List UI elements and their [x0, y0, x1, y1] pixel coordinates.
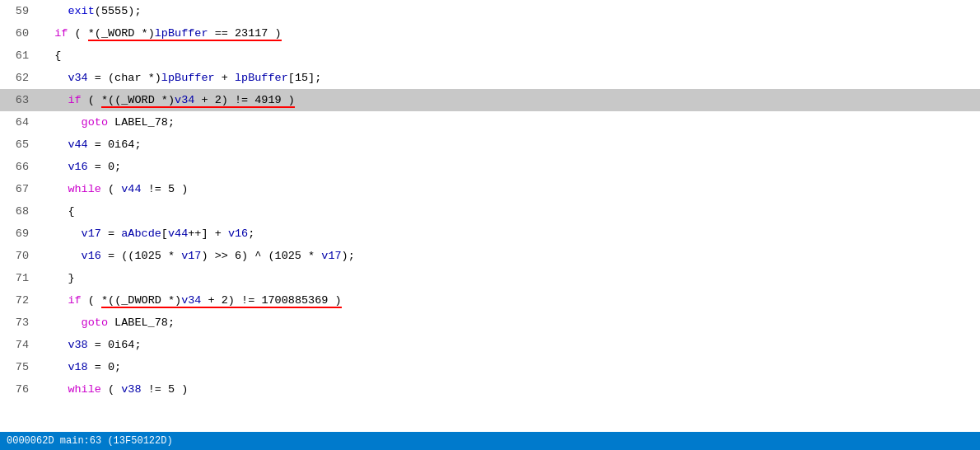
code-line-61: 61 { — [0, 45, 980, 67]
line-number-72: 72 — [0, 294, 37, 307]
code-line-71: 71 } — [0, 267, 980, 289]
code-content-62: v34 = (char *)lpBuffer + lpBuffer[15]; — [37, 72, 980, 84]
code-line-69: 69 v17 = aAbcde[v44++] + v16; — [0, 223, 980, 245]
line-number-68: 68 — [0, 205, 37, 218]
code-content-67: while ( v44 != 5 ) — [37, 183, 980, 195]
line-number-63: 63 — [0, 94, 37, 106]
code-content-69: v17 = aAbcde[v44++] + v16; — [37, 227, 980, 240]
editor-container: 59 exit(5555); 60 if ( *(_WORD *)lpBuffe… — [0, 0, 980, 450]
code-line-66: 66 v16 = 0; — [0, 156, 980, 178]
status-text: 0000062D main:63 (13F50122D) — [7, 435, 173, 447]
code-line-63: 63 if ( *((_WORD *)v34 + 2) != 4919 ) — [0, 89, 980, 111]
code-content-76: while ( v38 != 5 ) — [37, 383, 980, 396]
code-line-59: 59 exit(5555); — [0, 0, 980, 22]
code-line-65: 65 v44 = 0i64; — [0, 134, 980, 156]
code-content-60: if ( *(_WORD *)lpBuffer == 23117 ) — [37, 27, 980, 40]
line-number-60: 60 — [0, 27, 37, 40]
code-line-62: 62 v34 = (char *)lpBuffer + lpBuffer[15]… — [0, 67, 980, 89]
line-number-75: 75 — [0, 361, 37, 373]
line-number-69: 69 — [0, 227, 37, 240]
line-number-59: 59 — [0, 5, 37, 17]
code-content-68: { — [37, 205, 980, 218]
code-content-63: if ( *((_WORD *)v34 + 2) != 4919 ) — [37, 94, 980, 106]
code-line-68: 68 { — [0, 200, 980, 223]
line-number-65: 65 — [0, 138, 37, 151]
code-line-74: 74 v38 = 0i64; — [0, 334, 980, 356]
line-number-64: 64 — [0, 116, 37, 129]
code-content-65: v44 = 0i64; — [37, 138, 980, 151]
code-content-59: exit(5555); — [37, 5, 980, 17]
code-content-66: v16 = 0; — [37, 161, 980, 173]
code-line-72: 72 if ( *((_DWORD *)v34 + 2) != 17008853… — [0, 289, 980, 312]
code-content-73: goto LABEL_78; — [37, 316, 980, 329]
code-content-70: v16 = ((1025 * v17) >> 6) ^ (1025 * v17)… — [37, 250, 980, 262]
code-content-74: v38 = 0i64; — [37, 339, 980, 351]
status-bar: 0000062D main:63 (13F50122D) — [0, 432, 980, 450]
line-number-70: 70 — [0, 250, 37, 262]
code-line-67: 67 while ( v44 != 5 ) — [0, 178, 980, 200]
line-number-62: 62 — [0, 72, 37, 84]
line-number-66: 66 — [0, 161, 37, 173]
code-content-64: goto LABEL_78; — [37, 116, 980, 129]
line-number-71: 71 — [0, 272, 37, 284]
line-number-76: 76 — [0, 383, 37, 396]
code-content-61: { — [37, 49, 980, 62]
code-line-75: 75 v18 = 0; — [0, 356, 980, 378]
code-content-72: if ( *((_DWORD *)v34 + 2) != 1700885369 … — [37, 294, 980, 307]
code-content-75: v18 = 0; — [37, 361, 980, 373]
code-content-71: } — [37, 272, 980, 284]
code-line-60: 60 if ( *(_WORD *)lpBuffer == 23117 ) — [0, 22, 980, 45]
line-number-74: 74 — [0, 339, 37, 351]
line-number-73: 73 — [0, 316, 37, 329]
line-number-61: 61 — [0, 49, 37, 62]
code-line-70: 70 v16 = ((1025 * v17) >> 6) ^ (1025 * v… — [0, 245, 980, 267]
code-line-73: 73 goto LABEL_78; — [0, 312, 980, 334]
line-number-67: 67 — [0, 183, 37, 195]
code-line-64: 64 goto LABEL_78; — [0, 111, 980, 134]
code-line-76: 76 while ( v38 != 5 ) — [0, 378, 980, 401]
code-area: 59 exit(5555); 60 if ( *(_WORD *)lpBuffe… — [0, 0, 980, 432]
